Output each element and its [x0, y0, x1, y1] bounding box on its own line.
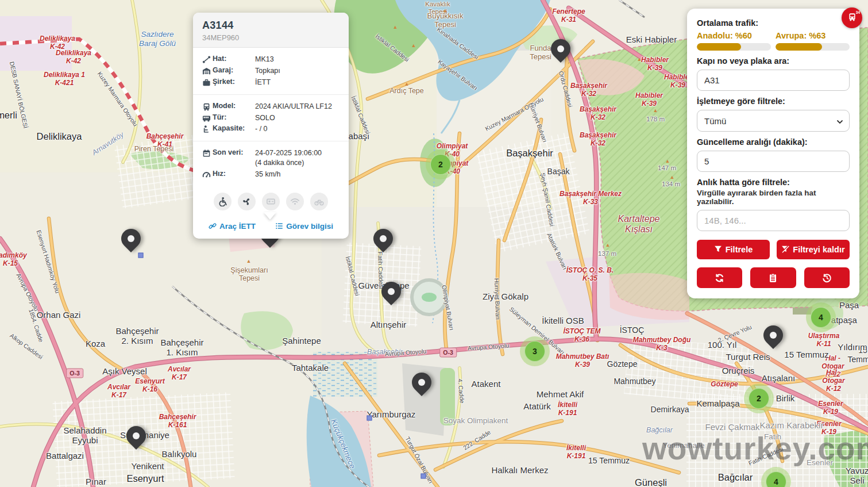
filter-off-icon — [781, 245, 789, 255]
popup-row: Kapasite:- / 0 — [202, 124, 340, 134]
operator-label: İşletmeye göre filtrele: — [697, 97, 850, 106]
popup-row: Hız:35 km/h — [202, 170, 340, 179]
map-pin[interactable] — [121, 229, 141, 253]
station-square — [421, 474, 426, 479]
map-pin[interactable] — [412, 373, 431, 397]
traffic-bar-fill — [776, 43, 822, 51]
bus-side-icon — [202, 114, 211, 122]
route-icon — [202, 55, 211, 64]
vehicle-id: A3144 — [202, 20, 340, 32]
search-label: Kapı no veya plaka ara: — [697, 56, 850, 66]
popup-row-label: Tür: — [213, 113, 255, 121]
line-filter-note: Virgülle ayırarak birden fazla hat yazıl… — [697, 189, 850, 206]
briefcase-icon — [202, 78, 211, 87]
list-icon — [275, 222, 283, 230]
filter-panel: 34 Ortalama trafik: Anadolu: %60Avrupa: … — [687, 9, 859, 298]
wifi-icon — [286, 193, 304, 210]
cluster-marker[interactable]: 3 — [520, 336, 550, 366]
vehicle-popup-header: A3144 34MEP960 — [193, 13, 349, 48]
popup-tip — [264, 212, 276, 220]
popup-section: Son veri:24-07-2025 19:06:00(4 dakika ön… — [193, 141, 349, 186]
popup-section: Model:2024 AKIA/ULTRA LF12Tür:SOLOKapasi… — [193, 95, 349, 142]
pin-dot — [770, 332, 777, 339]
popup-row-label: Hız: — [213, 170, 255, 178]
pin-dot — [388, 288, 395, 295]
station-square — [367, 416, 372, 421]
cluster-count: 3 — [524, 341, 545, 362]
map-canvas[interactable]: Deliklikaya K-42Deliklikaya K-42Deliklik… — [0, 0, 868, 487]
popup-link[interactable]: Araç İETT — [209, 222, 256, 231]
history-icon — [822, 273, 832, 283]
bus-list-button[interactable]: 34 — [842, 7, 862, 28]
wheelchair-icon — [214, 193, 232, 210]
pin-dot — [133, 432, 140, 439]
vehicle-plate: 34MEP960 — [202, 33, 340, 42]
popup-row: Model:2024 AKIA/ULTRA LF12 — [202, 102, 340, 112]
search-input[interactable] — [697, 70, 850, 91]
garage-icon — [202, 67, 211, 75]
refresh-button[interactable] — [697, 267, 742, 288]
popup-row: Hat:MK13 — [202, 55, 340, 64]
map-pin[interactable] — [551, 39, 570, 63]
history-button[interactable] — [804, 267, 850, 288]
traffic-bar — [697, 43, 771, 51]
traffic-label: Anadolu: %60 — [697, 31, 771, 40]
traffic-title: Ortalama trafik: — [697, 18, 850, 28]
popup-row-value: 2024 AKIA/ULTRA LF12 — [255, 102, 340, 112]
cluster-count: 4 — [766, 471, 786, 487]
interval-label: Güncelleme aralığı (dakika): — [697, 137, 850, 147]
popup-row-value: MK13 — [255, 55, 340, 64]
bike-icon — [310, 193, 328, 210]
popup-row-label: Son veri: — [213, 148, 255, 156]
interval-input[interactable] — [697, 151, 850, 172]
speedometer-icon — [202, 170, 211, 179]
vehicle-popup: A3144 34MEP960 Hat:MK13Garaj:TopkapıŞirk… — [193, 13, 349, 239]
traffic-column: Anadolu: %60 — [697, 31, 771, 51]
traffic-column: Avrupa: %63 — [776, 31, 850, 51]
popup-row-value: Topkapı — [255, 66, 340, 76]
traffic-bar — [776, 43, 850, 51]
filter-icon — [714, 245, 722, 255]
fan-icon — [238, 193, 256, 210]
popup-row-value: SOLO — [255, 113, 340, 123]
bus-front-icon — [202, 102, 211, 111]
traffic-bar-fill — [697, 43, 741, 51]
filter-button[interactable]: Filtrele — [697, 240, 770, 259]
clipboard-icon — [768, 273, 778, 283]
bus-count-badge: 34 — [856, 10, 860, 14]
clear-filter-button[interactable]: Filtreyi kaldır — [777, 240, 850, 259]
pin-dot — [557, 45, 564, 52]
popup-link-label: Araç İETT — [219, 222, 256, 231]
popup-row-value: 35 km/h — [255, 170, 340, 179]
map-pin[interactable] — [126, 426, 146, 450]
cluster-count: 2 — [749, 388, 769, 409]
popup-row-value: İETT — [255, 78, 340, 87]
popup-row-label: Model: — [213, 102, 255, 110]
cluster-marker[interactable]: 2 — [426, 149, 456, 179]
map-pin[interactable] — [373, 229, 393, 253]
seat-icon — [202, 125, 211, 133]
cluster-marker[interactable]: 2 — [744, 384, 774, 413]
popup-row-value: - / 0 — [255, 124, 340, 134]
station-square — [138, 253, 144, 258]
map-pin[interactable] — [381, 282, 401, 306]
popup-row-label: Kapasite: — [213, 124, 255, 132]
popup-row-label: Hat: — [213, 55, 255, 63]
popup-row: Garaj:Topkapı — [202, 66, 340, 76]
link-icon — [209, 222, 217, 230]
pin-dot — [380, 235, 387, 242]
line-filter-input[interactable] — [697, 210, 850, 231]
popup-row-label: Garaj: — [213, 66, 255, 74]
cluster-marker[interactable]: 4 — [806, 302, 836, 332]
amenity-row — [193, 186, 349, 216]
calendar-icon — [202, 149, 211, 158]
clipboard-button[interactable] — [750, 267, 796, 288]
map-pin[interactable] — [763, 325, 783, 350]
popup-section: Hat:MK13Garaj:TopkapıŞirket:İETT — [193, 48, 349, 95]
popup-row: Şirket:İETT — [202, 78, 340, 87]
popup-row-value: 24-07-2025 19:06:00(4 dakika önce) — [255, 148, 340, 168]
operator-select[interactable]: Tümü — [697, 110, 850, 132]
pin-dot — [418, 379, 425, 386]
popup-row-label: Şirket: — [213, 78, 255, 86]
popup-link[interactable]: Görev bilgisi — [275, 222, 333, 231]
